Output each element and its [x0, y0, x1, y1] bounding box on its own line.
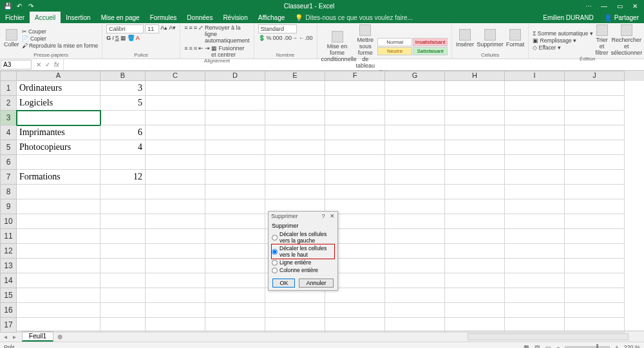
cell-A17[interactable]	[17, 318, 100, 333]
cell-F2[interactable]	[325, 96, 385, 111]
dec-decimal-icon[interactable]: ←.00	[299, 35, 313, 41]
cell-B4[interactable]: 6	[100, 125, 146, 140]
cell-B1[interactable]: 3	[100, 81, 146, 96]
cell-J1[interactable]	[565, 81, 625, 96]
cell-C8[interactable]	[146, 185, 205, 199]
indent-dec-icon[interactable]: ⇤	[198, 45, 204, 58]
fill-color-button[interactable]: 🪣	[128, 35, 135, 41]
cell-C17[interactable]	[146, 318, 205, 333]
cell-B12[interactable]	[100, 244, 146, 259]
inc-decimal-icon[interactable]: .00→	[284, 35, 298, 41]
font-color-button[interactable]: A	[136, 35, 140, 41]
cell-I15[interactable]	[505, 288, 565, 303]
cell-J10[interactable]	[565, 214, 625, 229]
cell-J7[interactable]	[565, 170, 625, 185]
cell-I1[interactable]	[505, 81, 565, 96]
worksheet[interactable]: A B C D E F G H I J 1Ordinateurs32Logici…	[0, 71, 644, 331]
close-icon[interactable]: ✕	[631, 3, 639, 10]
cell-C7[interactable]	[146, 170, 205, 185]
cell-F4[interactable]	[325, 125, 385, 140]
opt-entire-col[interactable]: Colonne entière	[272, 266, 334, 274]
cell-E4[interactable]	[265, 125, 325, 140]
paste-button[interactable]: Coller	[4, 29, 19, 48]
share-button[interactable]: 👤 Partager	[599, 12, 644, 23]
cell-J14[interactable]	[565, 273, 625, 288]
cell-I16[interactable]	[505, 303, 565, 318]
cell-A3[interactable]	[17, 111, 100, 125]
cell-J8[interactable]	[565, 185, 625, 199]
cell-A11[interactable]	[17, 229, 100, 244]
sheet-tab-feuil1[interactable]: Feuil1	[22, 331, 53, 342]
cell-A10[interactable]	[17, 214, 100, 229]
col-header-H[interactable]: H	[445, 71, 505, 81]
cell-H8[interactable]	[445, 185, 505, 199]
find-select-button[interactable]: Rechercher et sélectionner	[611, 24, 643, 56]
view-layout-icon[interactable]: ▤	[535, 344, 540, 349]
cell-J12[interactable]	[565, 244, 625, 259]
cell-A15[interactable]	[17, 288, 100, 303]
cell-D10[interactable]	[205, 214, 265, 229]
cell-I2[interactable]	[505, 96, 565, 111]
align-top-icon[interactable]: ≡	[184, 24, 187, 44]
cell-E5[interactable]	[265, 140, 325, 155]
comma-icon[interactable]: 000	[273, 35, 283, 41]
cell-C10[interactable]	[146, 214, 205, 229]
cell-G2[interactable]	[385, 96, 445, 111]
cell-G17[interactable]	[385, 318, 445, 333]
cell-B5[interactable]: 4	[100, 140, 146, 155]
ribbon-options-icon[interactable]: ⋯	[585, 3, 592, 10]
cell-E2[interactable]	[265, 96, 325, 111]
format-cells-button[interactable]: Format	[506, 29, 525, 48]
cell-D5[interactable]	[205, 140, 265, 155]
row-header-16[interactable]: 16	[0, 303, 17, 318]
cell-A6[interactable]	[17, 155, 100, 170]
cell-D7[interactable]	[205, 170, 265, 185]
row-header-10[interactable]: 10	[0, 214, 17, 229]
cell-H16[interactable]	[445, 303, 505, 318]
cell-J17[interactable]	[565, 318, 625, 333]
cell-H10[interactable]	[445, 214, 505, 229]
cell-H15[interactable]	[445, 288, 505, 303]
cell-B17[interactable]	[100, 318, 146, 333]
col-header-G[interactable]: G	[385, 71, 445, 81]
cell-A16[interactable]	[17, 303, 100, 318]
fill-button[interactable]: ▣ Remplissage ▾	[533, 37, 592, 44]
cancel-button[interactable]: Annuler	[299, 279, 333, 288]
row-header-8[interactable]: 8	[0, 185, 17, 199]
ok-button[interactable]: OK	[272, 279, 295, 288]
tab-insert[interactable]: Insertion	[61, 12, 95, 23]
font-size-select[interactable]: 11	[145, 24, 159, 33]
row-header-7[interactable]: 7	[0, 170, 17, 185]
row-header-3[interactable]: 3	[0, 111, 17, 125]
cell-H7[interactable]	[445, 170, 505, 185]
cell-F5[interactable]	[325, 140, 385, 155]
cell-G13[interactable]	[385, 259, 445, 273]
cell-D3[interactable]	[205, 111, 265, 125]
cancel-formula-icon[interactable]: ✕	[36, 61, 41, 68]
cell-C4[interactable]	[146, 125, 205, 140]
cell-D9[interactable]	[205, 199, 265, 214]
cell-J16[interactable]	[565, 303, 625, 318]
align-left-icon[interactable]: ≡	[184, 45, 187, 58]
cell-I4[interactable]	[505, 125, 565, 140]
cut-button[interactable]: ✂ Couper	[22, 28, 99, 35]
cell-G15[interactable]	[385, 288, 445, 303]
delete-cells-button[interactable]: Supprimer	[477, 29, 504, 48]
row-header-17[interactable]: 17	[0, 318, 17, 333]
user-name[interactable]: Emilien DURAND	[538, 12, 598, 23]
cell-D14[interactable]	[205, 273, 265, 288]
format-painter-button[interactable]: 🖌 Reproduire la mise en forme	[22, 42, 99, 49]
increase-font-icon[interactable]: A▴	[160, 24, 167, 33]
cell-E17[interactable]	[265, 318, 325, 333]
tab-home[interactable]: Accueil	[30, 12, 61, 23]
cell-F6[interactable]	[325, 155, 385, 170]
cell-D8[interactable]	[205, 185, 265, 199]
row-header-4[interactable]: 4	[0, 125, 17, 140]
cell-G12[interactable]	[385, 244, 445, 259]
row-header-13[interactable]: 13	[0, 259, 17, 273]
cell-A7[interactable]: Formations	[17, 170, 100, 185]
opt-shift-left[interactable]: Décaler les cellules vers la gauche	[272, 230, 334, 244]
cell-D1[interactable]	[205, 81, 265, 96]
maximize-icon[interactable]: ▭	[616, 3, 623, 10]
cell-C16[interactable]	[146, 303, 205, 318]
